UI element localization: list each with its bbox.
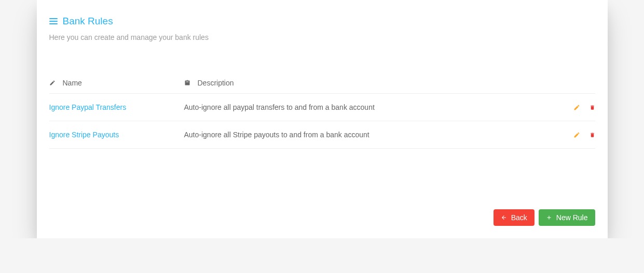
rule-description: Auto-ignore all paypal transfers to and … (184, 103, 375, 111)
rules-table: Name Description Ignore Paypal Transfers… (49, 73, 595, 149)
delete-icon[interactable] (590, 132, 595, 138)
bank-rules-card: Bank Rules Here you can create and manag… (37, 0, 608, 238)
table-header-row: Name Description (49, 73, 595, 94)
menu-icon (49, 18, 58, 24)
arrow-left-icon (501, 214, 507, 221)
clipboard-icon (184, 80, 190, 86)
page-header: Bank Rules (49, 16, 595, 27)
column-header-name: Name (49, 79, 184, 87)
rule-name-link[interactable]: Ignore Stripe Payouts (49, 131, 119, 139)
column-description-label: Description (198, 79, 234, 87)
rule-name-link[interactable]: Ignore Paypal Transfers (49, 103, 127, 111)
page-title: Bank Rules (63, 16, 113, 27)
page-subtitle: Here you can create and manage your bank… (49, 33, 595, 41)
table-row: Ignore Paypal Transfers Auto-ignore all … (49, 94, 595, 121)
delete-icon[interactable] (590, 104, 595, 111)
footer-actions: Back New Rule (49, 168, 595, 226)
edit-icon[interactable] (573, 132, 580, 138)
column-name-label: Name (63, 79, 82, 87)
rule-description: Auto-ignore all Stripe payouts to and fr… (184, 131, 369, 139)
plus-icon (546, 214, 552, 221)
edit-icon[interactable] (573, 104, 580, 111)
back-button[interactable]: Back (494, 209, 535, 226)
table-row: Ignore Stripe Payouts Auto-ignore all St… (49, 121, 595, 149)
column-header-description: Description (184, 79, 559, 87)
new-rule-button-label: New Rule (556, 213, 588, 222)
pencil-icon (49, 80, 56, 86)
new-rule-button[interactable]: New Rule (539, 209, 595, 226)
back-button-label: Back (511, 213, 527, 222)
